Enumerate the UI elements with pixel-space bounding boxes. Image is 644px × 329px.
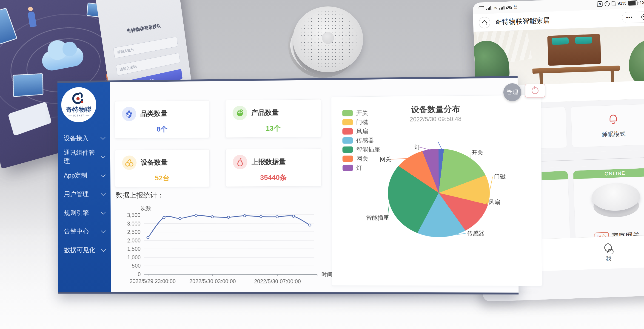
cherry-icon [122, 156, 136, 170]
nfc-icon: N [597, 1, 603, 7]
sidebar-item-2[interactable]: 通讯组件管理 [58, 147, 110, 166]
bench-leg [540, 73, 543, 84]
battery-icon [628, 0, 638, 5]
clock-time: 12:08 [640, 0, 644, 5]
legend-item-门磁[interactable]: 门磁 [342, 117, 380, 127]
screen-illustration [13, 73, 44, 97]
brand-logo: 奇特物聯 IOTKIT [61, 87, 96, 122]
svg-text:0: 0 [138, 271, 141, 277]
wood-cabinet [547, 34, 601, 66]
device-distribution-panel: 设备数量分布 2022/5/30 09:50:48 开关门磁风扇传感器智能插座网… [331, 95, 542, 286]
status-right-cluster: N 91% 12:08 [597, 0, 644, 7]
sidebar-menu: 设备接入通讯组件管理App定制用户管理规则引擎告警中心数据可见化 [58, 128, 111, 259]
stat-card-1: 品类数量8个 [115, 100, 210, 139]
legend-item-智能插座[interactable]: 智能插座 [342, 145, 380, 154]
chevron-down-icon [101, 247, 106, 252]
home-icon[interactable] [478, 17, 490, 29]
manage-badge-button[interactable]: 管理 [503, 83, 521, 101]
teal-cushion [575, 37, 592, 44]
close-capsule-button[interactable] [637, 14, 644, 20]
legend-item-开关[interactable]: 开关 [342, 108, 380, 118]
stat-card-value: 52台 [115, 173, 210, 183]
legend-label: 门磁 [356, 118, 368, 126]
power-button[interactable] [525, 84, 545, 98]
legend-swatch [342, 119, 353, 125]
legend-label: 智能插座 [356, 146, 380, 153]
device-logo-hub [322, 32, 334, 44]
sleep-mode-icon [606, 113, 620, 127]
pear-icon [233, 155, 248, 169]
sidebar-item-5[interactable]: 规则引擎 [58, 203, 110, 222]
stat-card-head: 上报数据量 [226, 149, 321, 169]
stat-card-label: 品类数量 [140, 109, 167, 119]
svg-text:2,500: 2,500 [127, 229, 140, 235]
alarm-icon [605, 1, 610, 7]
legend-swatch [342, 110, 353, 116]
battery-percent: 91% [618, 1, 626, 6]
legend-item-灯[interactable]: 灯 [342, 163, 380, 173]
pie-label-门磁: 门磁 [494, 173, 506, 180]
device-top [293, 7, 363, 72]
stat-card-label: 设备数量 [141, 158, 168, 167]
svg-text:1,500: 1,500 [127, 246, 141, 252]
dashboard-main: 品类数量8个产品数量13个设备数量52台上报数据量35440条 数据上报统计： … [110, 78, 519, 293]
person-icon [603, 243, 613, 253]
sidebar-item-label: 设备接入 [64, 134, 88, 142]
logo-glyph-icon [72, 93, 85, 105]
legend-label: 灯 [356, 164, 362, 172]
data-report-line-chart: 05001,0001,5002,0002,5003,0003,5002022/5… [123, 202, 332, 288]
svg-text:3,500: 3,500 [127, 212, 140, 218]
svg-text:2022/5/29 23:00:00: 2022/5/29 23:00:00 [130, 278, 176, 284]
teal-cushion [552, 38, 569, 45]
sim1-icon [479, 6, 484, 10]
sidebar-item-label: 规则引擎 [64, 208, 89, 217]
more-menu-button[interactable]: ••• [622, 15, 637, 20]
legend-label: 开关 [356, 109, 368, 117]
stat-card-4: 上报数据量35440条 [226, 148, 322, 187]
legend-swatch [342, 128, 353, 135]
svg-text:2,000: 2,000 [127, 237, 140, 243]
chevron-down-icon [101, 154, 106, 159]
sidebar-item-3[interactable]: App定制 [58, 166, 110, 185]
mode-label: 睡眠模式 [602, 130, 626, 139]
stat-card-head: 设备数量 [115, 150, 210, 170]
legend-item-传感器[interactable]: 传感器 [342, 136, 380, 145]
legend-item-风扇[interactable]: 风扇 [342, 127, 380, 136]
stat-card-label: 产品数量 [252, 108, 279, 118]
svg-text:次数: 次数 [141, 205, 152, 211]
pie-label-传感器: 传感器 [467, 230, 484, 237]
sidebar-item-4[interactable]: 用户管理 [58, 185, 110, 203]
sidebar-item-7[interactable]: 数据可见化 [58, 241, 111, 259]
home-gateway-image [591, 182, 640, 218]
chevron-down-icon [100, 135, 105, 140]
svg-text:2022/5/30 03:00:00: 2022/5/30 03:00:00 [190, 278, 236, 284]
signal-bars-icon [486, 6, 492, 10]
stat-card-value: 13个 [226, 123, 321, 134]
speed-unit: K/s [514, 7, 517, 10]
power-icon [532, 87, 538, 94]
pie-legend: 开关门磁风扇传感器智能插座网关灯 [342, 108, 380, 173]
tab-我[interactable]: 我 [566, 235, 644, 270]
mode-card-2[interactable]: 睡眠模式 [571, 104, 644, 148]
status-left-cluster: 4G 1.9 K/s [478, 4, 517, 11]
legend-item-网关[interactable]: 网关 [342, 154, 380, 163]
legend-swatch [342, 146, 353, 153]
sidebar-item-label: App定制 [64, 171, 87, 180]
network-type-label: 4G [494, 6, 497, 10]
sidebar-item-label: 用户管理 [64, 190, 89, 198]
legend-label: 网关 [356, 155, 368, 163]
pie-chart [388, 148, 490, 237]
bench-leg [611, 71, 614, 82]
legend-swatch [342, 165, 353, 171]
composite-scene: 奇特物联登录授权 登录 4G 1.9 K/s [0, 0, 644, 329]
chevron-down-icon [101, 172, 106, 177]
tab-label: 我 [606, 255, 611, 262]
stat-card-head: 品类数量 [115, 101, 209, 121]
legend-label: 传感器 [356, 136, 374, 144]
plant-right [628, 39, 644, 87]
signal-bars2-icon [500, 6, 505, 10]
sidebar-item-6[interactable]: 告警中心 [58, 222, 111, 241]
pie-label-网关: 网关 [380, 156, 391, 163]
sidebar-item-label: 告警中心 [64, 227, 89, 235]
sidebar-item-1[interactable]: 设备接入 [58, 128, 110, 147]
